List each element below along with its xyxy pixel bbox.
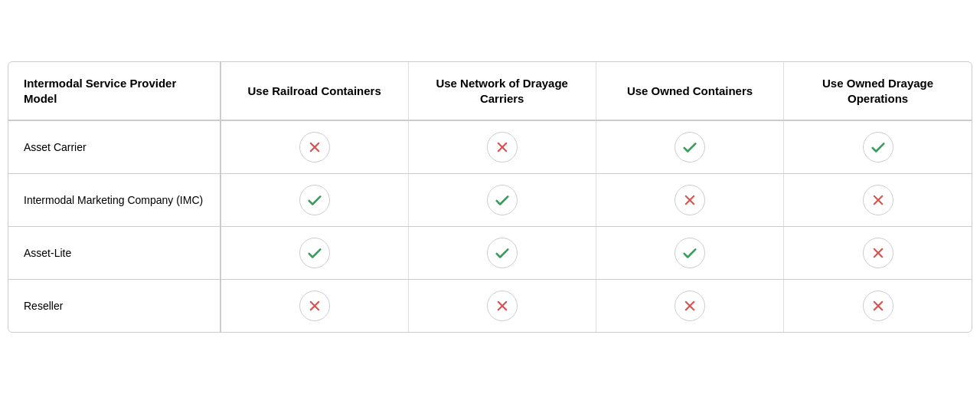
cell-3-1 [408,280,596,333]
cell-2-1 [408,227,596,280]
cell-3-0 [220,280,408,333]
cross-icon [299,132,330,163]
cell-0-0 [220,120,408,174]
cross-icon [675,185,705,215]
header-drayage: Use Network of Drayage Carriers [408,62,596,120]
header-railroad: Use Railroad Containers [220,62,408,120]
cell-1-0 [220,174,408,227]
cell-1-1 [408,174,596,227]
cell-3-2 [596,280,783,333]
cell-2-3 [784,227,972,280]
cross-icon [299,291,330,321]
cross-icon [863,185,893,215]
cross-icon [863,291,893,321]
check-icon [863,132,893,163]
cell-0-3 [784,120,972,174]
cell-1-2 [596,174,783,227]
row-label: Reseller [8,280,220,333]
header-model-label: Intermodal Service Provider Model [24,77,176,105]
cell-3-3 [784,280,972,333]
check-icon [675,132,705,163]
header-owned-drayage: Use Owned Drayage Operations [784,62,972,120]
cell-2-2 [596,227,783,280]
check-icon [299,185,330,215]
header-owned-containers: Use Owned Containers [596,62,783,120]
check-icon [675,238,705,268]
cell-2-0 [220,227,408,280]
cross-icon [487,291,518,321]
cross-icon [863,238,893,268]
check-icon [299,238,330,268]
header-railroad-label: Use Railroad Containers [248,84,381,97]
header-owned-drayage-label: Use Owned Drayage Operations [822,77,933,105]
table-row: Asset-Lite [8,227,972,280]
table-row: Intermodal Marketing Company (IMC) [8,174,972,227]
row-label: Intermodal Marketing Company (IMC) [8,174,220,227]
cell-0-2 [596,120,783,174]
header-drayage-label: Use Network of Drayage Carriers [436,77,568,105]
header-model: Intermodal Service Provider Model [8,62,220,120]
comparison-table: Intermodal Service Provider Model Use Ra… [8,61,972,333]
row-label: Asset-Lite [8,227,220,280]
cross-icon [675,291,705,321]
cell-1-3 [784,174,972,227]
row-label: Asset Carrier [8,120,220,174]
cell-0-1 [408,120,596,174]
table-row: Reseller [8,280,972,333]
check-icon [487,238,518,268]
header-owned-containers-label: Use Owned Containers [627,84,753,97]
cross-icon [487,132,518,163]
table-row: Asset Carrier [8,120,972,174]
check-icon [487,185,518,215]
